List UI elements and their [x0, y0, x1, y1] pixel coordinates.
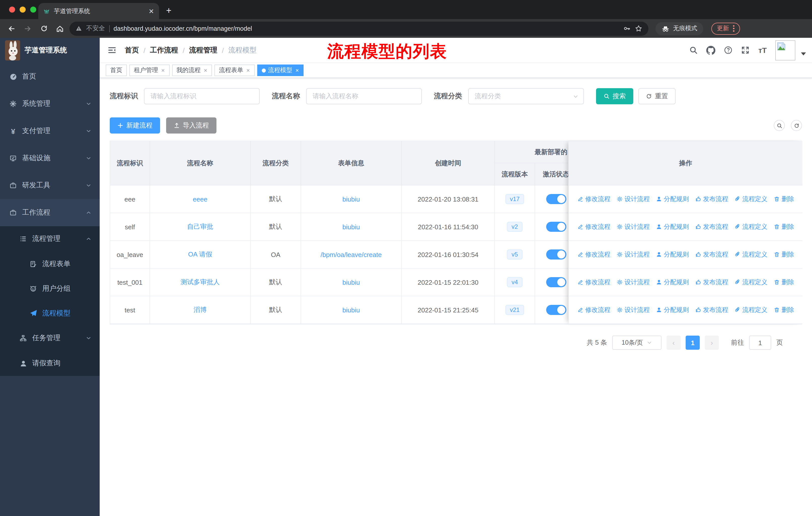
- sidebar-item-首页[interactable]: 首页: [0, 63, 100, 90]
- version-badge[interactable]: v2: [507, 222, 522, 232]
- tab-close-icon[interactable]: ✕: [148, 7, 154, 15]
- prev-page-button[interactable]: ‹: [667, 335, 680, 350]
- reset-button[interactable]: 重置: [638, 88, 675, 104]
- sidebar-item-用户分组[interactable]: 用户分组: [0, 276, 100, 301]
- tag-close-icon[interactable]: ✕: [161, 68, 165, 73]
- github-icon[interactable]: [706, 46, 716, 55]
- action-发布流程[interactable]: 发布流程: [695, 250, 728, 259]
- form-info-link[interactable]: biubiu: [342, 195, 360, 203]
- font-size-icon[interactable]: ᴛT: [758, 46, 767, 54]
- url-text[interactable]: dashboard.yudao.iocoder.cn/bpm/manager/m…: [114, 25, 619, 32]
- create-process-button[interactable]: 新建流程: [110, 117, 160, 134]
- action-发布流程[interactable]: 发布流程: [695, 222, 728, 231]
- version-badge[interactable]: v17: [505, 194, 524, 204]
- security-warning-icon[interactable]: [76, 25, 82, 32]
- action-设计流程[interactable]: 设计流程: [616, 278, 650, 287]
- breadcrumb-首页[interactable]: 首页: [125, 46, 139, 55]
- action-分配规则[interactable]: 分配规则: [656, 250, 689, 259]
- fullscreen-icon[interactable]: [741, 46, 750, 54]
- action-删除[interactable]: 删除: [774, 195, 794, 203]
- action-删除[interactable]: 删除: [774, 222, 794, 231]
- search-button[interactable]: 搜索: [596, 88, 633, 104]
- category-select[interactable]: 流程分类: [468, 88, 584, 104]
- tag-close-icon[interactable]: ✕: [295, 68, 299, 73]
- bookmark-star-icon[interactable]: [635, 25, 642, 32]
- action-发布流程[interactable]: 发布流程: [695, 195, 728, 203]
- form-info-link[interactable]: biubiu: [342, 278, 360, 286]
- app-logo[interactable]: 芋道管理系统: [0, 38, 100, 63]
- forward-icon[interactable]: [21, 22, 34, 35]
- help-icon[interactable]: [724, 46, 733, 54]
- process-name-link[interactable]: 滔博: [194, 305, 207, 315]
- refresh-table-icon[interactable]: [791, 120, 802, 131]
- process-name-link[interactable]: eeee: [193, 195, 207, 203]
- home-icon[interactable]: [53, 22, 66, 35]
- minimize-window-button[interactable]: [20, 6, 26, 12]
- action-修改流程[interactable]: 修改流程: [577, 222, 610, 231]
- action-流程定义[interactable]: 流程定义: [734, 250, 767, 259]
- action-流程定义[interactable]: 流程定义: [734, 195, 767, 203]
- form-info-link[interactable]: biubiu: [342, 223, 360, 230]
- browser-menu-icon[interactable]: [733, 25, 734, 32]
- tag-我的流程[interactable]: 我的流程✕: [172, 64, 212, 76]
- action-发布流程[interactable]: 发布流程: [695, 278, 728, 287]
- action-修改流程[interactable]: 修改流程: [577, 195, 610, 203]
- action-分配规则[interactable]: 分配规则: [656, 195, 689, 203]
- filter-input[interactable]: 请输入流程标识: [144, 88, 260, 104]
- tag-流程模型[interactable]: 流程模型✕: [257, 64, 303, 76]
- back-icon[interactable]: [5, 22, 18, 35]
- action-分配规则[interactable]: 分配规则: [656, 278, 689, 287]
- sidebar-item-工作流程[interactable]: 工作流程: [0, 199, 100, 226]
- tag-首页[interactable]: 首页: [106, 64, 127, 76]
- current-page-button[interactable]: 1: [686, 335, 700, 350]
- sidebar-item-研发工具[interactable]: 研发工具: [0, 172, 100, 199]
- sidebar-item-支付管理[interactable]: ¥支付管理: [0, 117, 100, 145]
- zoom-window-button[interactable]: [30, 6, 36, 12]
- action-删除[interactable]: 删除: [774, 250, 794, 259]
- tag-流程表单[interactable]: 流程表单✕: [214, 64, 255, 76]
- search-icon[interactable]: [689, 46, 698, 54]
- page-size-select[interactable]: 10条/页: [612, 335, 662, 350]
- action-分配规则[interactable]: 分配规则: [656, 222, 689, 231]
- next-page-button[interactable]: ›: [705, 335, 719, 350]
- version-badge[interactable]: v4: [507, 277, 522, 287]
- sidebar-item-任务管理[interactable]: 任务管理: [0, 326, 100, 351]
- action-设计流程[interactable]: 设计流程: [616, 222, 650, 231]
- process-name-link[interactable]: 自己审批: [187, 222, 213, 231]
- version-badge[interactable]: v21: [505, 305, 524, 315]
- active-toggle[interactable]: [546, 194, 566, 204]
- action-设计流程[interactable]: 设计流程: [616, 306, 650, 314]
- action-流程定义[interactable]: 流程定义: [734, 278, 767, 287]
- active-toggle[interactable]: [546, 277, 566, 287]
- update-button[interactable]: 更新: [711, 22, 740, 34]
- close-window-button[interactable]: [9, 6, 15, 12]
- sidebar-item-请假查询[interactable]: 请假查询: [0, 351, 100, 376]
- version-badge[interactable]: v5: [507, 249, 522, 260]
- action-修改流程[interactable]: 修改流程: [577, 250, 610, 259]
- reload-icon[interactable]: [37, 22, 50, 35]
- action-发布流程[interactable]: 发布流程: [695, 306, 728, 314]
- avatar[interactable]: [775, 40, 795, 60]
- active-toggle[interactable]: [546, 249, 566, 260]
- process-name-link[interactable]: 测试多审批人: [180, 278, 220, 287]
- process-name-link[interactable]: OA 请假: [188, 250, 212, 259]
- action-设计流程[interactable]: 设计流程: [616, 250, 650, 259]
- hamburger-icon[interactable]: [103, 41, 121, 59]
- active-toggle[interactable]: [546, 222, 566, 232]
- action-删除[interactable]: 删除: [774, 278, 794, 287]
- goto-page-input[interactable]: 1: [749, 335, 771, 350]
- filter-input[interactable]: 请输入流程名称: [306, 88, 422, 104]
- sidebar-item-系统管理[interactable]: 系统管理: [0, 90, 100, 117]
- form-info-link[interactable]: /bpm/oa/leave/create: [321, 251, 382, 258]
- import-process-button[interactable]: 导入流程: [166, 117, 216, 134]
- action-修改流程[interactable]: 修改流程: [577, 306, 610, 314]
- breadcrumb-工作流程[interactable]: 工作流程: [150, 46, 178, 55]
- browser-tab[interactable]: 芋道管理系统 ✕: [38, 3, 159, 19]
- tag-close-icon[interactable]: ✕: [246, 68, 250, 73]
- sidebar-item-流程管理[interactable]: 流程管理: [0, 226, 100, 251]
- new-tab-button[interactable]: +: [166, 5, 171, 16]
- window-controls[interactable]: [9, 6, 36, 12]
- tag-close-icon[interactable]: ✕: [204, 68, 207, 73]
- action-修改流程[interactable]: 修改流程: [577, 278, 610, 287]
- sidebar-item-流程模型[interactable]: 流程模型: [0, 301, 100, 326]
